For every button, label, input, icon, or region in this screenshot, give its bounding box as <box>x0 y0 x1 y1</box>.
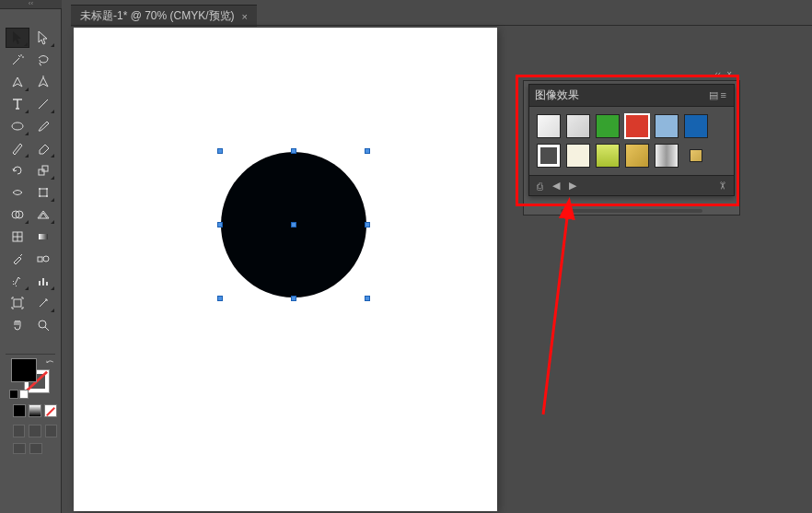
svg-point-18 <box>39 321 46 328</box>
artboard-tool[interactable] <box>6 293 29 313</box>
handle-top-right[interactable] <box>365 148 370 154</box>
effect-swatch-gold-grad[interactable] <box>625 144 649 168</box>
panel-menu-icon[interactable]: ▤ ≡ <box>707 89 728 101</box>
effects-swatch-grid <box>529 107 734 175</box>
effect-swatch-gray-smooth[interactable] <box>566 114 590 138</box>
svg-point-5 <box>46 188 48 190</box>
column-graph-tool[interactable] <box>31 271 55 291</box>
svg-rect-16 <box>46 282 48 286</box>
curvature-tool[interactable] <box>31 72 55 92</box>
prev-icon[interactable]: ◀ <box>552 180 560 192</box>
eraser-tool[interactable] <box>31 138 55 158</box>
rotate-tool[interactable] <box>6 160 29 181</box>
svg-point-7 <box>46 195 48 197</box>
handle-bottom-center[interactable] <box>291 296 296 301</box>
tab-bar-divider <box>71 25 812 26</box>
svg-rect-14 <box>39 281 41 286</box>
handle-bottom-right[interactable] <box>365 296 370 301</box>
svg-rect-2 <box>42 166 48 171</box>
blend-tool[interactable] <box>31 249 55 269</box>
perspective-grid-tool[interactable] <box>31 204 55 225</box>
image-effects-panel: ‹‹ × 图像效果 ▤ ≡ ⎙ ◀ ▶ ✂ <box>528 84 735 196</box>
handle-top-left[interactable] <box>217 148 223 154</box>
panel-close-icon[interactable]: × <box>726 69 732 79</box>
panel-title: 图像效果 <box>535 87 707 103</box>
panel-footer: ⎙ ◀ ▶ ✂ <box>529 175 734 195</box>
annotation-arrow <box>516 193 608 424</box>
screen-normal[interactable] <box>13 443 26 454</box>
width-tool[interactable] <box>6 182 29 203</box>
svg-point-4 <box>39 188 41 190</box>
line-segment-tool[interactable] <box>31 94 55 114</box>
draw-behind[interactable] <box>29 425 41 437</box>
fill-swatch[interactable] <box>11 358 37 382</box>
type-tool[interactable] <box>6 94 29 114</box>
color-mode[interactable] <box>13 404 26 417</box>
none-mode[interactable] <box>44 404 57 417</box>
hand-tool[interactable] <box>6 315 29 335</box>
effect-swatch-small-cube[interactable] <box>690 149 702 162</box>
panel-header[interactable]: 图像效果 ▤ ≡ <box>529 85 734 107</box>
draw-inside[interactable] <box>45 425 57 437</box>
svg-rect-17 <box>14 299 21 307</box>
effect-swatch-light-blue[interactable] <box>655 114 679 138</box>
close-tab-icon[interactable]: × <box>242 11 248 22</box>
effect-swatch-lime-grad[interactable] <box>596 144 620 168</box>
symbol-sprayer-tool[interactable] <box>6 271 29 291</box>
swap-fill-stroke-icon[interactable]: ⤺ <box>46 356 53 367</box>
paintbrush-tool[interactable] <box>31 116 55 136</box>
effect-swatch-red[interactable] <box>625 114 649 138</box>
library-icon[interactable]: ⎙ <box>537 181 543 192</box>
screen-full[interactable] <box>29 443 42 454</box>
pen-tool[interactable] <box>6 72 29 92</box>
svg-point-0 <box>12 122 23 130</box>
handle-top-center[interactable] <box>291 148 296 154</box>
magic-wand-tool[interactable] <box>6 50 29 70</box>
mesh-tool[interactable] <box>6 227 29 247</box>
toolbox <box>6 28 57 335</box>
eyedropper-tool[interactable] <box>6 249 29 269</box>
handle-middle-right[interactable] <box>365 222 370 227</box>
fill-stroke-control[interactable]: ⤺ <box>11 358 50 391</box>
shape-builder-tool[interactable] <box>6 204 29 225</box>
panel-collapse-icon[interactable]: ‹‹ <box>714 69 721 79</box>
svg-rect-3 <box>40 189 47 196</box>
toolbox-panel: ‹‹ <box>0 0 62 513</box>
draw-mode-row <box>13 425 57 437</box>
effect-swatch-green[interactable] <box>596 114 620 138</box>
scale-tool[interactable] <box>31 160 55 181</box>
default-fill-stroke-icon[interactable] <box>9 390 29 399</box>
svg-rect-12 <box>38 257 42 262</box>
lasso-tool[interactable] <box>31 50 55 70</box>
svg-point-13 <box>43 256 49 262</box>
effect-swatch-silver-grad[interactable] <box>655 144 679 168</box>
next-icon[interactable]: ▶ <box>569 180 576 192</box>
effect-swatch-cream[interactable] <box>566 144 590 168</box>
slice-tool[interactable] <box>31 293 55 313</box>
gradient-mode[interactable] <box>29 404 41 417</box>
handle-middle-left[interactable] <box>217 222 223 227</box>
gradient-tool[interactable] <box>31 227 55 247</box>
document-tab-bar: 未标题-1* @ 70% (CMYK/预览) × <box>71 6 257 25</box>
selection-tool[interactable] <box>6 28 29 48</box>
break-link-icon[interactable]: ✂ <box>716 181 728 190</box>
selection-bounding-box <box>220 151 367 298</box>
zoom-tool[interactable] <box>31 315 55 335</box>
free-transform-tool[interactable] <box>31 182 55 203</box>
screen-mode-row <box>13 443 57 454</box>
handle-bottom-left[interactable] <box>217 296 223 301</box>
draw-normal[interactable] <box>13 425 25 437</box>
direct-selection-tool[interactable] <box>31 28 55 48</box>
handle-center[interactable] <box>291 222 296 227</box>
svg-rect-1 <box>39 169 44 175</box>
effect-swatch-blue[interactable] <box>684 114 708 138</box>
ellipse-tool[interactable] <box>6 116 29 136</box>
effect-swatch-outline[interactable] <box>537 144 561 168</box>
artboard[interactable] <box>74 28 497 511</box>
pencil-tool[interactable] <box>6 138 29 158</box>
document-tab[interactable]: 未标题-1* @ 70% (CMYK/预览) × <box>71 5 257 27</box>
svg-point-6 <box>39 195 41 197</box>
svg-line-20 <box>543 203 569 414</box>
effect-swatch-white-emboss[interactable] <box>537 114 561 138</box>
toolbox-collapse-icon[interactable]: ‹‹ <box>0 0 62 9</box>
